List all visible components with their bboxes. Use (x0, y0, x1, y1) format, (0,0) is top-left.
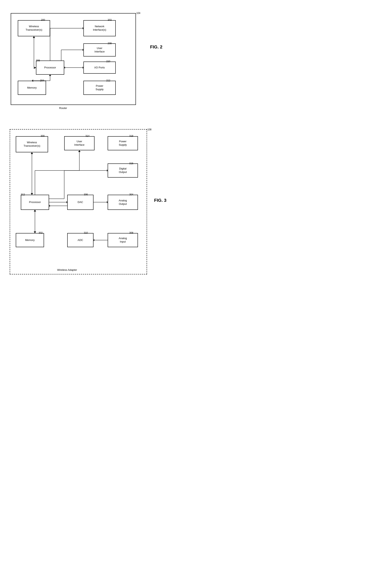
ref-208: 208 (108, 42, 112, 45)
ref-204: 204 (40, 79, 44, 82)
fig3-label: FIG. 3 (154, 198, 166, 203)
block-power-supply: PowerSupply (83, 81, 116, 95)
router-label: Router (59, 106, 67, 110)
fig2-diagram: 104 FIG. 2 WirelessTransceiver(s) 200 Ne… (5, 8, 182, 113)
block-dac3: DAC (67, 195, 93, 210)
block-adc3: ADC (67, 233, 93, 247)
block-wireless-transceiver: WirelessTransceiver(s) (18, 20, 50, 36)
block-ui3: UserInterface (64, 136, 95, 150)
block-io-ports: I/O Ports (83, 62, 116, 74)
ref-304: 304 (129, 193, 133, 196)
block-ps3: PowerSupply (108, 136, 138, 150)
block-ao3: AnalogOutput (108, 195, 138, 210)
ref-306: 306 (84, 193, 88, 196)
block-processor: Processor (36, 61, 64, 75)
block-wt3: WirelessTransceiver(s) (16, 136, 48, 152)
ref-212: 212 (106, 79, 110, 82)
ref-300: 300 (41, 135, 45, 137)
block-user-interface: UserInterface (83, 43, 116, 56)
block-network-interface: NetworkInterface(s) (83, 20, 116, 36)
ref-312: 312 (21, 193, 25, 196)
fig3-diagram: 108 FIG. 3 WirelessTransceiver(s) 300 Us… (5, 125, 182, 283)
ref-108: 108 (147, 128, 152, 131)
ref-314: 314 (85, 135, 89, 137)
ref-104: 104 (136, 12, 140, 14)
block-mem3: Memory (16, 233, 44, 247)
ref-308: 308 (129, 231, 133, 234)
block-do3: DigitalOutput (108, 163, 138, 178)
wireless-adapter-label: Wireless Adapter (57, 268, 77, 271)
block-ai3: AnalogInput (108, 233, 138, 247)
ref-200: 200 (41, 19, 45, 21)
ref-316: 316 (129, 162, 133, 165)
block-proc3: Processor (21, 195, 49, 210)
ref-310: 310 (84, 231, 88, 234)
fig2-label: FIG. 2 (150, 44, 162, 50)
ref-318: 318 (129, 135, 133, 137)
block-memory: Memory (18, 81, 46, 95)
ref-302: 302 (39, 231, 43, 234)
ref-206: 206 (36, 59, 40, 62)
ref-210: 210 (106, 60, 110, 63)
ref-202: 202 (108, 19, 112, 21)
